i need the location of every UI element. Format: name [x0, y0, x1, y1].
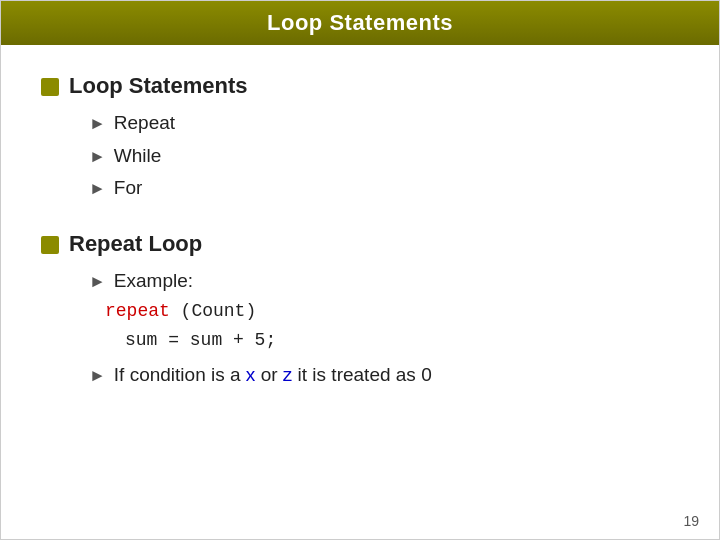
header-bar: Loop Statements — [1, 1, 719, 45]
code-sum: sum = sum + 5; — [125, 330, 276, 350]
keyword-repeat: repeat — [105, 301, 170, 321]
arrow-icon: ► — [89, 144, 106, 170]
arrow-icon: ► — [89, 269, 106, 295]
content-area: Loop Statements ► Repeat ► While ► For — [1, 45, 719, 437]
var-x: x — [246, 364, 256, 385]
code-block: repeat (Count) sum = sum + 5; — [105, 297, 276, 355]
arrow-icon: ► — [89, 111, 106, 137]
section2-heading: Repeat Loop — [41, 231, 679, 257]
section2-subitems: ► Example: repeat (Count) sum = sum + 5; — [89, 267, 679, 390]
code-count: (Count) — [170, 301, 256, 321]
example-label: Example: — [114, 267, 193, 296]
list-item: ► Repeat — [89, 109, 679, 138]
section1-title: Loop Statements — [69, 73, 247, 99]
list-item: ► Example: repeat (Count) sum = sum + 5; — [89, 267, 679, 355]
list-item: ► For — [89, 174, 679, 203]
bullet-icon-1 — [41, 78, 59, 96]
header-title: Loop Statements — [267, 10, 453, 36]
section2-title: Repeat Loop — [69, 231, 202, 257]
section1-subitems: ► Repeat ► While ► For — [89, 109, 679, 203]
subitem-for: For — [114, 174, 143, 203]
subitem-repeat: Repeat — [114, 109, 175, 138]
code-line-1: repeat (Count) — [105, 297, 276, 326]
subitem-while: While — [114, 142, 162, 171]
section1-heading: Loop Statements — [41, 73, 679, 99]
section-repeat-loop: Repeat Loop ► Example: repeat (Count) su… — [41, 231, 679, 390]
page-number: 19 — [683, 513, 699, 529]
if-condition-text: If condition is a x or z it is treated a… — [114, 361, 432, 390]
arrow-icon: ► — [89, 176, 106, 202]
code-line-2: sum = sum + 5; — [125, 326, 276, 355]
list-item: ► If condition is a x or z it is treated… — [89, 361, 679, 390]
var-z: z — [283, 364, 293, 385]
bullet-icon-2 — [41, 236, 59, 254]
section-loop-statements: Loop Statements ► Repeat ► While ► For — [41, 73, 679, 203]
list-item: ► While — [89, 142, 679, 171]
arrow-icon: ► — [89, 363, 106, 389]
slide: Loop Statements Loop Statements ► Repeat… — [0, 0, 720, 540]
